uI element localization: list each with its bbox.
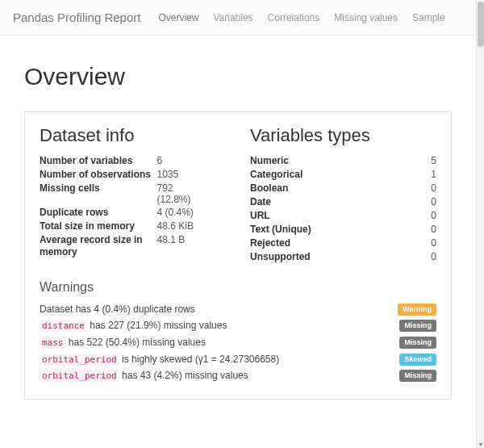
status-badge: Skewed: [399, 354, 436, 366]
page-title: Overview: [24, 63, 452, 90]
warning-row: distance has 227 (21.9%) missing valuesM…: [40, 317, 436, 334]
table-row: Average record size in memory48.1 B: [40, 233, 226, 259]
nav-link-variables[interactable]: Variables: [213, 12, 252, 23]
table-row: Number of variables6: [40, 154, 226, 168]
variable-code: orbital_period: [40, 370, 119, 382]
nav-link-overview[interactable]: Overview: [158, 12, 198, 23]
warnings-list: Dataset has 4 (0.4%) duplicate rowsWarni…: [40, 301, 436, 384]
variable-code: mass: [40, 337, 66, 349]
nav-link-sample[interactable]: Sample: [412, 12, 445, 23]
warning-row: Dataset has 4 (0.4%) duplicate rowsWarni…: [40, 301, 436, 317]
variable-types-block: Variables types Numeric5 Categorical1 Bo…: [250, 125, 436, 264]
nav-link-missing-values[interactable]: Missing values: [334, 12, 398, 23]
overview-panel: Dataset info Number of variables6 Number…: [24, 111, 452, 400]
warning-text: Dataset has 4 (0.4%) duplicate rows: [40, 301, 398, 317]
warning-text: orbital_period has 43 (4.2%) missing val…: [40, 367, 399, 384]
table-row: Number of observations1035: [40, 168, 226, 182]
table-row: Numeric5: [250, 154, 436, 168]
table-row: Missing cells792(12.8%): [40, 182, 226, 206]
status-badge: Warning: [398, 304, 436, 316]
top-navbar: Pandas Profiling Report Overview Variabl…: [0, 0, 476, 36]
table-row: Duplicate rows4 (0.4%): [40, 206, 226, 220]
table-row: URL0: [250, 209, 436, 223]
dataset-info-title: Dataset info: [40, 125, 226, 146]
variable-types-title: Variables types: [250, 125, 436, 146]
warning-text: distance has 227 (21.9%) missing values: [40, 317, 399, 334]
table-row: Date0: [250, 195, 436, 209]
report-viewport: Pandas Profiling Report Overview Variabl…: [0, 0, 476, 448]
warning-text: orbital_period is highly skewed (γ1 = 24…: [40, 351, 399, 368]
brand-title: Pandas Profiling Report: [13, 10, 140, 24]
status-badge: Missing: [399, 320, 436, 332]
table-row: Categorical1: [250, 168, 436, 182]
table-row: Total size in memory48.6 KiB: [40, 220, 226, 233]
page-body: Overview Dataset info Number of variable…: [0, 36, 476, 432]
variable-code: distance: [40, 320, 87, 332]
nav-link-correlations[interactable]: Correlations: [268, 12, 320, 23]
variable-code: orbital_period: [40, 354, 119, 366]
warning-row: orbital_period has 43 (4.2%) missing val…: [40, 367, 436, 384]
status-badge: Missing: [399, 370, 436, 382]
table-row: Rejected0: [250, 237, 436, 250]
nav-links: Overview Variables Correlations Missing …: [158, 12, 444, 23]
warning-row: mass has 522 (50.4%) missing valuesMissi…: [40, 334, 436, 351]
scroll-down-icon[interactable]: ▼: [477, 440, 484, 448]
warning-row: orbital_period is highly skewed (γ1 = 24…: [40, 351, 436, 368]
dataset-info-table: Number of variables6 Number of observati…: [40, 154, 226, 259]
table-row: Unsupported0: [250, 250, 436, 264]
vertical-scrollbar[interactable]: ▲ ▼: [476, 0, 484, 448]
scrollbar-thumb[interactable]: [478, 2, 484, 47]
warning-text: mass has 522 (50.4%) missing values: [40, 334, 399, 351]
table-row: Boolean0: [250, 182, 436, 195]
dataset-info-block: Dataset info Number of variables6 Number…: [40, 125, 226, 264]
table-row: Text (Unique)0: [250, 223, 436, 237]
variable-types-table: Numeric5 Categorical1 Boolean0 Date0 URL…: [250, 154, 436, 264]
warnings-title: Warnings: [40, 280, 436, 295]
status-badge: Missing: [399, 337, 436, 349]
